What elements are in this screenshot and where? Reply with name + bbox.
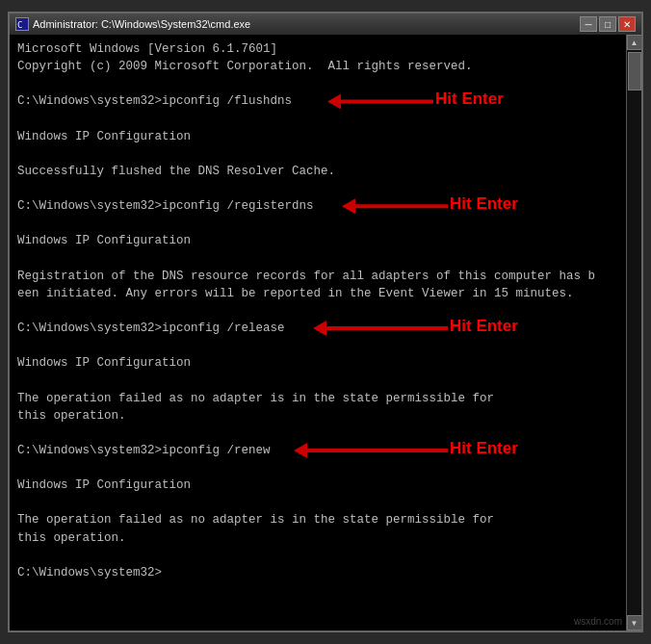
scroll-track[interactable]: [627, 50, 641, 615]
terminal-line: [17, 302, 618, 320]
scroll-thumb[interactable]: [628, 52, 641, 90]
terminal-line: Windows IP Configuration: [17, 354, 618, 372]
scroll-down-button[interactable]: ▼: [627, 615, 642, 631]
scrollbar[interactable]: ▲ ▼: [626, 35, 641, 631]
terminal-line: [17, 372, 618, 389]
terminal-line: [17, 494, 618, 511]
cmd-icon: C: [15, 17, 29, 31]
terminal-line: [17, 215, 618, 232]
terminal-line: [17, 145, 618, 163]
terminal-line: [17, 547, 618, 564]
terminal-line: C:\Windows\system32>: [17, 564, 618, 581]
close-button[interactable]: ✕: [618, 16, 636, 32]
terminal-line: Windows IP Configuration: [17, 232, 618, 249]
scroll-up-button[interactable]: ▲: [627, 35, 642, 50]
terminal-line: een initiated. Any errors will be report…: [17, 285, 618, 302]
maximize-button[interactable]: □: [599, 16, 616, 32]
terminal[interactable]: Microsoft Windows [Version 6.1.7601]Copy…: [10, 35, 626, 631]
terminal-line: [17, 337, 618, 354]
terminal-line: C:\Windows\system32>ipconfig /release: [17, 320, 618, 337]
content-area: Microsoft Windows [Version 6.1.7601]Copy…: [10, 35, 641, 631]
terminal-line: Windows IP Configuration: [17, 477, 618, 494]
minimize-button[interactable]: ─: [580, 16, 597, 32]
terminal-line: The operation failed as no adapter is in…: [17, 390, 618, 407]
terminal-line: Microsoft Windows [Version 6.1.7601]: [17, 40, 618, 58]
terminal-line: [17, 459, 618, 477]
terminal-line: [17, 111, 618, 128]
title-buttons: ─ □ ✕: [580, 16, 636, 32]
terminal-line: C:\Windows\system32>ipconfig /registerdn…: [17, 197, 618, 215]
terminal-line: this operation.: [17, 407, 618, 425]
cmd-window: C Administrator: C:\Windows\System32\cmd…: [8, 12, 643, 632]
terminal-line: Copyright (c) 2009 Microsoft Corporation…: [17, 58, 618, 75]
terminal-line: C:\Windows\system32>ipconfig /renew: [17, 442, 618, 459]
terminal-line: C:\Windows\system32>ipconfig /flushdns: [17, 92, 618, 110]
svg-text:C: C: [17, 20, 22, 30]
title-bar: C Administrator: C:\Windows\System32\cmd…: [10, 13, 641, 35]
terminal-line: [17, 75, 618, 92]
window-title: Administrator: C:\Windows\System32\cmd.e…: [33, 18, 250, 30]
terminal-line: [17, 425, 618, 442]
title-bar-left: C Administrator: C:\Windows\System32\cmd…: [15, 17, 250, 31]
overlay-wrapper: Microsoft Windows [Version 6.1.7601]Copy…: [10, 35, 626, 631]
terminal-line: Registration of the DNS resource records…: [17, 268, 618, 285]
terminal-line: Successfully flushed the DNS Resolver Ca…: [17, 163, 618, 180]
terminal-line: Windows IP Configuration: [17, 128, 618, 145]
terminal-line: The operation failed as no adapter is in…: [17, 511, 618, 528]
terminal-line: [17, 250, 618, 268]
terminal-line: [17, 180, 618, 197]
terminal-line: this operation.: [17, 529, 618, 547]
watermark: wsxdn.com: [574, 615, 622, 630]
terminal-text: Microsoft Windows [Version 6.1.7601]Copy…: [17, 40, 618, 581]
